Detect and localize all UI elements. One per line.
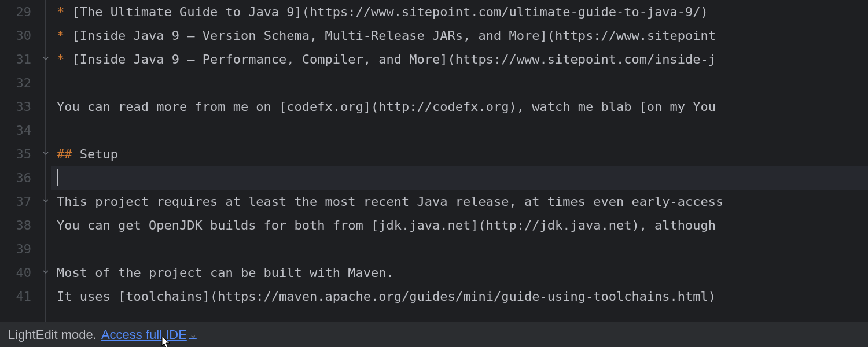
line-number: 30 [0, 24, 31, 47]
code-text: [The Ultimate Guide to Java 9](https://w… [72, 5, 708, 19]
fold-toggle-icon[interactable] [43, 150, 49, 156]
line-number: 36 [0, 166, 31, 190]
code-text: Most of the project can be built with Ma… [57, 265, 394, 280]
line-number: 41 [0, 285, 31, 308]
line-number: 34 [0, 119, 31, 142]
code-line[interactable]: It uses [toolchains](https://maven.apach… [51, 285, 868, 308]
code-text: Setup [80, 147, 118, 161]
fold-toggle-icon[interactable] [43, 198, 49, 204]
code-line[interactable]: This project requires at least the most … [51, 190, 868, 213]
line-number: 37 [0, 190, 31, 213]
line-number-gutter: 29303132333435363738394041 [0, 0, 41, 322]
code-line[interactable]: You can read more from me on [codefx.org… [51, 95, 868, 119]
code-line[interactable]: You can get OpenJDK builds for both from… [51, 213, 868, 237]
code-text: ## [57, 147, 80, 161]
code-editor[interactable]: 29303132333435363738394041 * [The Ultima… [0, 0, 868, 322]
code-line[interactable] [51, 119, 868, 142]
text-caret [57, 169, 58, 186]
lightedit-mode-label: LightEdit mode. [8, 327, 97, 342]
fold-toggle-icon[interactable] [43, 269, 49, 275]
access-full-ide-label: Access full IDE [101, 327, 187, 342]
line-number: 32 [0, 71, 31, 95]
code-text: [Inside Java 9 – Performance, Compiler, … [72, 52, 716, 67]
code-text: * [57, 52, 72, 67]
fold-gutter[interactable] [41, 0, 51, 322]
chevron-down-icon: ⌄ [189, 329, 197, 340]
code-line[interactable] [51, 71, 868, 95]
line-number: 33 [0, 95, 31, 119]
code-text: * [57, 5, 72, 19]
code-line[interactable] [51, 237, 868, 261]
code-area[interactable]: * [The Ultimate Guide to Java 9](https:/… [51, 0, 868, 322]
code-line[interactable]: Most of the project can be built with Ma… [51, 261, 868, 285]
line-number: 35 [0, 142, 31, 166]
code-text: This project requires at least the most … [57, 194, 723, 209]
line-number: 40 [0, 261, 31, 285]
code-text: It uses [toolchains](https://maven.apach… [57, 289, 716, 304]
code-line[interactable] [51, 166, 868, 190]
access-full-ide-link[interactable]: Access full IDE ⌄ [101, 327, 197, 342]
code-text: [Inside Java 9 – Version Schema, Multi-R… [72, 28, 716, 43]
line-number: 38 [0, 213, 31, 237]
code-line[interactable]: * [The Ultimate Guide to Java 9](https:/… [51, 0, 868, 24]
code-text: You can get OpenJDK builds for both from… [57, 218, 716, 232]
code-line[interactable]: ## Setup [51, 142, 868, 166]
code-line[interactable]: * [Inside Java 9 – Version Schema, Multi… [51, 24, 868, 47]
line-number: 39 [0, 237, 31, 261]
code-text: You can read more from me on [codefx.org… [57, 99, 716, 114]
line-number: 29 [0, 0, 31, 24]
status-bar: LightEdit mode. Access full IDE ⌄ [0, 322, 868, 347]
code-line[interactable]: * [Inside Java 9 – Performance, Compiler… [51, 47, 868, 71]
line-number: 31 [0, 47, 31, 71]
code-text: * [57, 28, 72, 43]
fold-toggle-icon[interactable] [43, 56, 49, 61]
